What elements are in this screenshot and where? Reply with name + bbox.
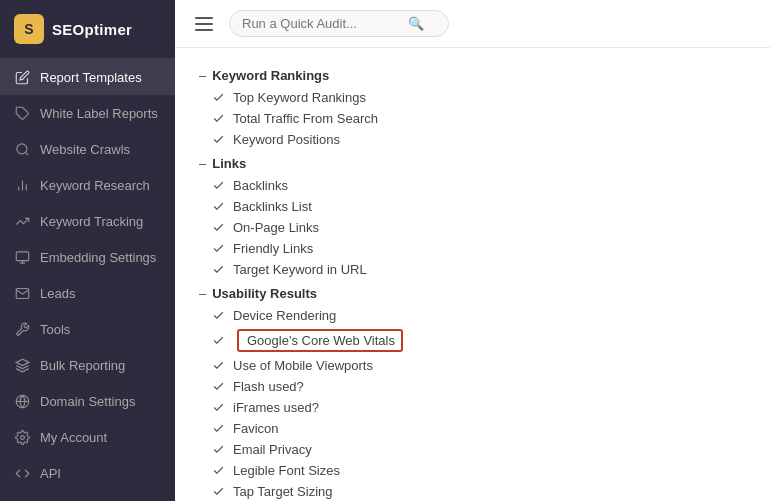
sidebar-item-label: Tools [40,322,70,337]
section-keyword-rankings: Keyword Rankings Top Keyword Rankings To… [199,62,746,150]
svg-marker-9 [16,359,29,365]
check-icon [211,464,225,478]
hamburger-line [195,23,213,25]
section-header: Links [199,150,746,175]
sidebar-item-embedding-settings[interactable]: Embedding Settings [0,239,175,275]
edit-icon [14,69,30,85]
sidebar-item-label: Embedding Settings [40,250,156,265]
sidebar-item-label: API [40,466,61,481]
sidebar-item-domain-settings[interactable]: Domain Settings [0,383,175,419]
list-item: On-Page Links [199,217,746,238]
section-usability-results: Usability Results Device Rendering Googl… [199,280,746,501]
list-item: Total Traffic From Search [199,108,746,129]
svg-point-12 [20,435,24,439]
sidebar-item-label: White Label Reports [40,106,158,121]
check-icon [211,242,225,256]
check-icon [211,91,225,105]
check-icon [211,443,225,457]
check-icon [211,133,225,147]
search-bar: 🔍 [229,10,449,37]
section-links: Links Backlinks Backlinks List On-Page L… [199,150,746,280]
svg-point-1 [16,143,26,153]
sidebar-item-my-account[interactable]: My Account [0,419,175,455]
list-item: Top Keyword Rankings [199,87,746,108]
sidebar-item-bulk-reporting[interactable]: Bulk Reporting [0,347,175,383]
list-item: Friendly Links [199,238,746,259]
sidebar-item-label: Keyword Research [40,178,150,193]
logo-text: SEOptimer [52,21,132,38]
hamburger-line [195,17,213,19]
check-icon [211,401,225,415]
list-item: Backlinks [199,175,746,196]
hamburger-line [195,29,213,31]
section-header: Keyword Rankings [199,62,746,87]
list-item: Device Rendering [199,305,746,326]
settings-icon [14,429,30,445]
list-item: Target Keyword in URL [199,259,746,280]
sidebar-item-logout[interactable]: Logout [0,491,175,501]
sidebar-item-label: My Account [40,430,107,445]
search-icon: 🔍 [408,16,424,31]
tool-icon [14,321,30,337]
sidebar-item-keyword-research[interactable]: Keyword Research [0,167,175,203]
list-item: Favicon [199,418,746,439]
main-panel: 🔍 Keyword Rankings Top Keyword Rankings … [175,0,770,501]
check-icon [211,179,225,193]
logo-icon: S [14,14,44,44]
trending-icon [14,213,30,229]
layers-icon [14,357,30,373]
sidebar-item-tools[interactable]: Tools [0,311,175,347]
sidebar-item-label: Keyword Tracking [40,214,143,229]
list-item: Email Privacy [199,439,746,460]
search-input[interactable] [242,16,402,31]
sidebar-item-label: Website Crawls [40,142,130,157]
svg-line-2 [25,152,28,155]
bar-chart-icon [14,177,30,193]
sidebar-item-leads[interactable]: Leads [0,275,175,311]
check-icon [211,334,225,348]
list-item-highlighted: Google's Core Web Vitals [199,326,746,355]
globe-icon [14,393,30,409]
section-header: Usability Results [199,280,746,305]
highlighted-label: Google's Core Web Vitals [237,329,403,352]
sidebar-item-label: Bulk Reporting [40,358,125,373]
check-icon [211,221,225,235]
sidebar: S SEOptimer Report Templates White Label… [0,0,175,501]
monitor-icon [14,249,30,265]
check-icon [211,263,225,277]
list-item: Use of Mobile Viewports [199,355,746,376]
sidebar-item-website-crawls[interactable]: Website Crawls [0,131,175,167]
sidebar-item-report-templates[interactable]: Report Templates [0,59,175,95]
sidebar-item-label: Domain Settings [40,394,135,409]
check-icon [211,359,225,373]
sidebar-item-keyword-tracking[interactable]: Keyword Tracking [0,203,175,239]
check-icon [211,200,225,214]
mail-icon [14,285,30,301]
list-item: Tap Target Sizing [199,481,746,501]
check-icon [211,380,225,394]
list-item: iFrames used? [199,397,746,418]
sidebar-item-label: Leads [40,286,75,301]
svg-rect-6 [16,251,29,260]
list-item: Backlinks List [199,196,746,217]
check-icon [211,112,225,126]
sidebar-item-label: Report Templates [40,70,142,85]
tag-icon [14,105,30,121]
search-circle-icon [14,141,30,157]
list-item: Keyword Positions [199,129,746,150]
hamburger-button[interactable] [191,13,217,35]
content-area: Keyword Rankings Top Keyword Rankings To… [175,48,770,501]
check-icon [211,485,225,499]
sidebar-item-api[interactable]: API [0,455,175,491]
sidebar-item-white-label-reports[interactable]: White Label Reports [0,95,175,131]
list-item: Legible Font Sizes [199,460,746,481]
code-icon [14,465,30,481]
sidebar-logo: S SEOptimer [0,0,175,59]
check-icon [211,422,225,436]
topbar: 🔍 [175,0,770,48]
list-item: Flash used? [199,376,746,397]
check-icon [211,309,225,323]
